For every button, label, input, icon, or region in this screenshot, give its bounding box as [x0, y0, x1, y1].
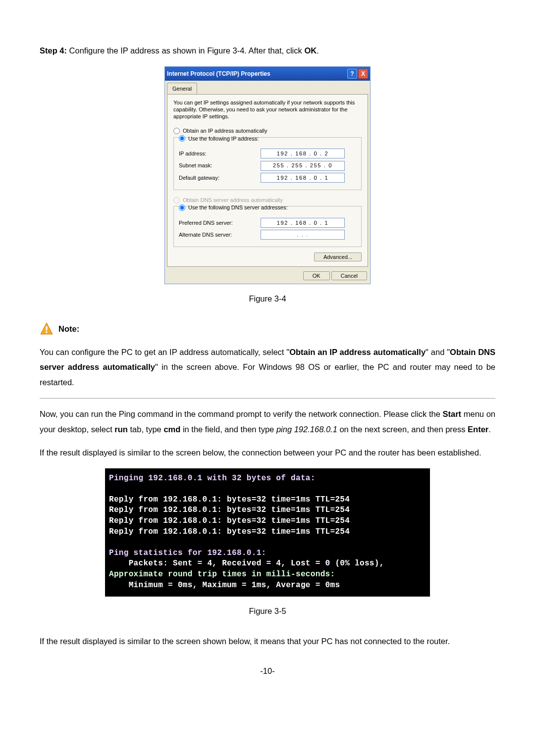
step-4-line: Step 4: Configure the IP address as show…: [40, 43, 495, 58]
term-reply-4: Reply from 192.168.0.1: bytes=32 time=1m…: [109, 527, 350, 536]
now-ping-cmd: ping 192.168.0.1: [276, 425, 337, 434]
note-header: Note:: [40, 321, 495, 337]
note-paragraph: You can configure the PC to get an IP ad…: [40, 345, 495, 390]
radio-use-ip-input[interactable]: [179, 135, 185, 142]
subnet-mask-label: Subnet mask:: [179, 160, 261, 170]
step-label: Step 4:: [40, 46, 67, 55]
now-cmd: cmd: [163, 425, 180, 434]
term-stats-2: Packets: Sent = 4, Received = 4, Lost = …: [109, 559, 384, 568]
now-start: Start: [443, 409, 462, 418]
now-text-1: Now, you can run the Ping command in the…: [40, 409, 443, 418]
dialog-title: Internet Protocol (TCP/IP) Properties: [167, 68, 270, 79]
connection-ok-paragraph: If the result displayed is similar to th…: [40, 445, 495, 460]
radio-use-dns[interactable]: Use the following DNS server addresses:: [179, 202, 356, 212]
page-number: -10-: [40, 663, 495, 679]
note-bold-1: Obtain an IP address automatically: [289, 348, 426, 356]
svg-rect-1: [46, 326, 47, 331]
help-icon[interactable]: ?: [347, 69, 357, 79]
tcpip-dialog: Internet Protocol (TCP/IP) Properties ? …: [164, 66, 371, 285]
figure-3-5-caption: Figure 3-5: [40, 604, 495, 619]
term-approx-1: Approximate round trip times in milli-se…: [109, 570, 335, 579]
warning-icon: [40, 322, 54, 336]
now-text-3: tab, type: [128, 425, 163, 434]
ip-address-input[interactable]: 192 . 168 . 0 . 2: [261, 149, 345, 158]
step-ok-word: OK: [304, 46, 317, 55]
radio-use-ip[interactable]: Use the following IP address:: [179, 134, 356, 144]
term-header: Pinging 192.168.0.1 with 32 bytes of dat…: [109, 474, 316, 483]
note-text-1: You can configure the PC to get an IP ad…: [40, 348, 289, 356]
ping-instruction-paragraph: Now, you can run the Ping command in the…: [40, 406, 495, 437]
term-reply-1: Reply from 192.168.0.1: bytes=32 time=1m…: [109, 495, 350, 504]
term-reply-3: Reply from 192.168.0.1: bytes=32 time=1m…: [109, 516, 350, 525]
command-prompt-output: Pinging 192.168.0.1 with 32 bytes of dat…: [105, 468, 430, 597]
advanced-button[interactable]: Advanced...: [314, 252, 362, 261]
radio-use-dns-input[interactable]: [179, 204, 185, 211]
note-text-2: " and ": [426, 348, 450, 356]
term-reply-2: Reply from 192.168.0.1: bytes=32 time=1m…: [109, 505, 350, 514]
dialog-titlebar: Internet Protocol (TCP/IP) Properties ? …: [165, 67, 370, 81]
tab-general[interactable]: General: [167, 83, 197, 94]
preferred-dns-input[interactable]: 192 . 168 . 0 . 1: [261, 218, 345, 228]
svg-rect-2: [46, 331, 47, 333]
dialog-bottom-buttons: OK Cancel: [165, 269, 370, 284]
alternate-dns-input[interactable]: . . .: [261, 230, 345, 240]
close-icon[interactable]: X: [358, 69, 368, 79]
default-gateway-label: Default gateway:: [179, 173, 261, 183]
step-text-2: .: [317, 46, 319, 55]
radio-use-ip-label: Use the following IP address:: [188, 134, 259, 144]
figure-3-4-caption: Figure 3-4: [40, 291, 495, 306]
ok-button[interactable]: OK: [303, 271, 330, 280]
now-text-5: on the next screen, and then press: [337, 425, 468, 434]
now-enter: Enter: [468, 425, 488, 434]
tcpip-dialog-wrapper: Internet Protocol (TCP/IP) Properties ? …: [164, 66, 371, 285]
alternate-dns-label: Alternate DNS server:: [179, 230, 261, 240]
ip-address-label: IP address:: [179, 149, 261, 158]
titlebar-icons: ? X: [347, 69, 368, 79]
now-run: run: [114, 425, 128, 434]
preferred-dns-label: Preferred DNS server:: [179, 218, 261, 228]
separator: [40, 398, 495, 399]
ip-group: Use the following IP address: IP address…: [173, 137, 362, 190]
now-text-6: .: [488, 425, 491, 434]
term-stats-1: Ping statistics for 192.168.0.1:: [109, 549, 267, 557]
connection-fail-paragraph: If the result displayed is similar to th…: [40, 634, 495, 649]
tab-row: General: [165, 81, 370, 94]
dns-group: Use the following DNS server addresses: …: [173, 206, 362, 247]
subnet-mask-input[interactable]: 255 . 255 . 255 . 0: [261, 161, 345, 171]
cancel-button[interactable]: Cancel: [331, 271, 367, 280]
note-label: Note:: [58, 321, 79, 337]
step-text-1: Configure the IP address as shown in Fig…: [67, 46, 304, 55]
radio-use-dns-label: Use the following DNS server addresses:: [188, 202, 288, 212]
now-text-4: in the field, and then type: [180, 425, 276, 434]
advanced-row: Advanced...: [173, 252, 362, 262]
term-approx-2: Minimum = 0ms, Maximum = 1ms, Average = …: [109, 581, 340, 590]
dialog-description: You can get IP settings assigned automat…: [173, 100, 362, 120]
default-gateway-input[interactable]: 192 . 168 . 0 . 1: [261, 173, 345, 183]
tab-body: You can get IP settings assigned automat…: [167, 94, 368, 267]
